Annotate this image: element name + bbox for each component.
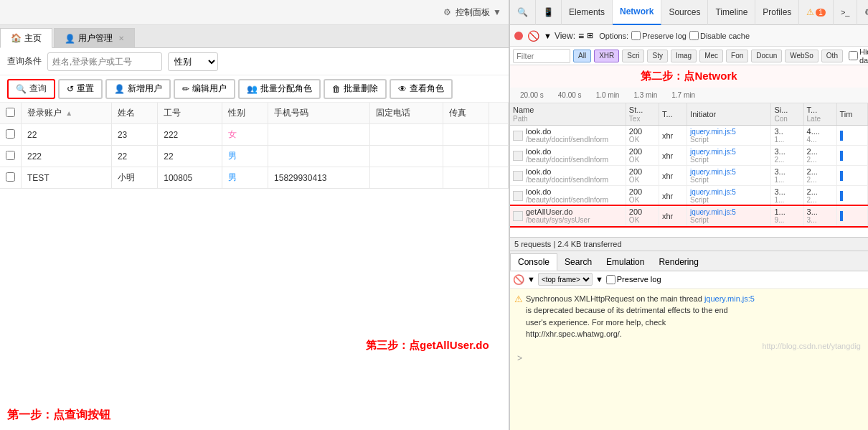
add-user-button[interactable]: 👤 新增用户 bbox=[105, 79, 171, 99]
add-user-button-label: 新增用户 bbox=[128, 83, 162, 95]
console-tab-rendering[interactable]: Rendering bbox=[651, 253, 705, 271]
devtools-device-btn[interactable]: 📱 bbox=[536, 0, 562, 25]
edit-user-button[interactable]: ✏ 编辑用户 bbox=[174, 79, 235, 99]
network-table-row[interactable]: look.do /beauty/docinf/sendInform 200 OK… bbox=[510, 166, 868, 186]
ntd-size-sub: 1... bbox=[774, 196, 800, 204]
filter-other-btn[interactable]: Oth bbox=[821, 50, 843, 62]
filter-websocket-btn[interactable]: WebSo bbox=[785, 50, 819, 62]
network-table-row[interactable]: getAllUser.do /beauty/sys/sysUser 200 OK… bbox=[510, 206, 868, 226]
view-list-icon[interactable]: ≡ bbox=[578, 30, 584, 42]
console-tab-emulation[interactable]: Emulation bbox=[599, 253, 651, 271]
nth-type[interactable]: T... bbox=[659, 103, 687, 126]
filter-media-btn[interactable]: Mec bbox=[699, 50, 723, 62]
devtools-console-icon[interactable]: >_ bbox=[834, 0, 858, 25]
ntd-type: xhr bbox=[659, 126, 687, 146]
ntd-initiator-link[interactable]: jquery.min.js:5 bbox=[690, 208, 768, 216]
gender-select[interactable]: 性别 男 女 bbox=[168, 52, 218, 71]
frame-select[interactable]: <top frame> bbox=[538, 273, 593, 286]
timeline-tick-5: 1.7 min bbox=[664, 91, 702, 99]
row-checkbox-0[interactable] bbox=[6, 129, 15, 139]
devtools-timeline-tab[interactable]: Timeline bbox=[708, 0, 755, 25]
devtools-elements-tab[interactable]: Elements bbox=[562, 0, 613, 25]
nth-initiator[interactable]: Initiator bbox=[687, 103, 771, 126]
filter-icon[interactable]: ▼ bbox=[544, 32, 552, 40]
filter-image-btn[interactable]: Imag bbox=[671, 50, 697, 62]
preserve-log-checkbox[interactable] bbox=[631, 31, 641, 40]
th-phone[interactable]: 手机号码 bbox=[268, 103, 370, 124]
batch-assign-button[interactable]: 👥 批量分配角色 bbox=[238, 79, 321, 99]
clear-button[interactable]: 🚫 bbox=[527, 30, 539, 42]
network-table-row[interactable]: look.do /beauty/docinf/sendInform 200 OK… bbox=[510, 186, 868, 206]
row-checkbox-2[interactable] bbox=[6, 172, 15, 182]
th-gender[interactable]: 性别 bbox=[222, 103, 268, 124]
nth-name[interactable]: NamePath bbox=[510, 103, 626, 126]
request-icon bbox=[513, 211, 523, 221]
record-button[interactable] bbox=[514, 32, 523, 40]
devtools-search-btn[interactable]: 🔍 bbox=[510, 0, 536, 25]
td-work-id: 222 bbox=[158, 124, 222, 146]
devtools-settings-btn[interactable]: ⚙ bbox=[857, 0, 868, 25]
reset-button[interactable]: ↺ 重置 bbox=[58, 79, 103, 99]
nth-status[interactable]: St...Tex bbox=[626, 103, 659, 126]
nth-size[interactable]: Si...Con bbox=[771, 103, 803, 126]
devtools-warning-badge[interactable]: ⚠ 1 bbox=[799, 0, 834, 25]
row-checkbox-1[interactable] bbox=[6, 151, 15, 160]
nth-time[interactable]: T...Late bbox=[803, 103, 836, 126]
filter-all-btn[interactable]: All bbox=[573, 50, 591, 62]
th-account[interactable]: 登录账户 ▲ bbox=[22, 103, 112, 124]
td-phone: 15829930413 bbox=[268, 167, 370, 189]
ntd-initiator-link[interactable]: jquery.min.js:5 bbox=[690, 188, 768, 196]
filter-font-btn[interactable]: Fon bbox=[726, 50, 748, 62]
network-filter-input[interactable] bbox=[513, 49, 570, 63]
filter-label: 查询条件 bbox=[7, 55, 42, 67]
hide-data-checkbox[interactable] bbox=[849, 51, 858, 60]
network-table-row[interactable]: look.do /beauty/docinf/sendInform 200 OK… bbox=[510, 146, 868, 166]
close-icon[interactable]: ✕ bbox=[118, 34, 124, 42]
filter-script-btn[interactable]: Scri bbox=[622, 50, 644, 62]
filter-style-btn[interactable]: Sty bbox=[647, 50, 667, 62]
td-phone bbox=[268, 124, 370, 146]
query-button[interactable]: 🔍 查询 bbox=[7, 79, 55, 99]
tab-home[interactable]: 🏠 主页 bbox=[0, 28, 52, 48]
table-row: 22 23 222 女 bbox=[0, 124, 509, 146]
th-name[interactable]: 姓名 bbox=[111, 103, 157, 124]
warning-link[interactable]: jquery.min.js:5 bbox=[704, 294, 755, 303]
view-grid-icon[interactable]: ⊞ bbox=[587, 31, 593, 40]
th-landline[interactable]: 固定电话 bbox=[369, 103, 443, 124]
ntd-initiator-link[interactable]: jquery.min.js:5 bbox=[690, 128, 768, 136]
console-prompt[interactable]: > bbox=[514, 352, 864, 365]
ntd-status-text: OK bbox=[629, 176, 656, 184]
th-fax[interactable]: 传真 bbox=[443, 103, 489, 124]
console-tab-search[interactable]: Search bbox=[557, 253, 599, 271]
devtools-profiles-tab[interactable]: Profiles bbox=[755, 0, 799, 25]
preserve-log-console-checkbox[interactable] bbox=[606, 275, 615, 284]
ntd-initiator-link[interactable]: jquery.min.js:5 bbox=[690, 168, 768, 176]
network-table-row[interactable]: look.do /beauty/docinf/sendInform 200 OK… bbox=[510, 126, 868, 146]
batch-delete-button-label: 批量删除 bbox=[344, 83, 378, 95]
select-all-checkbox[interactable] bbox=[6, 108, 15, 117]
disable-cache-checkbox[interactable] bbox=[689, 31, 699, 40]
user-table-body: 22 23 222 女 222 22 22 男 TEST 小明 100805 男… bbox=[0, 124, 509, 189]
ntd-time-text: 2... bbox=[807, 167, 834, 176]
options-label: Options: bbox=[599, 32, 628, 40]
ntd-status-text: OK bbox=[629, 216, 656, 224]
frame-arrow[interactable]: ▼ bbox=[595, 275, 603, 284]
console-filter-icon[interactable]: ▼ bbox=[527, 275, 535, 284]
console-clear-icon[interactable]: 🚫 bbox=[513, 274, 524, 285]
nth-timeline[interactable]: Tim bbox=[836, 103, 868, 126]
search-input[interactable] bbox=[47, 52, 162, 71]
batch-delete-button[interactable]: 🗑 批量删除 bbox=[324, 79, 387, 99]
view-role-button[interactable]: 👁 查看角色 bbox=[390, 79, 453, 99]
ntd-initiator-link[interactable]: jquery.min.js:5 bbox=[690, 148, 768, 156]
devtools-network-tab[interactable]: Network bbox=[613, 0, 661, 25]
filter-xhr-btn[interactable]: XHR bbox=[594, 50, 619, 62]
filter-document-btn[interactable]: Docun bbox=[751, 50, 782, 62]
th-work-id[interactable]: 工号 bbox=[158, 103, 222, 124]
ntd-status-code: 200 bbox=[629, 147, 656, 156]
console-tab-console[interactable]: Console bbox=[510, 253, 557, 271]
ntd-time-text: 3... bbox=[807, 207, 834, 216]
devtools-sources-tab[interactable]: Sources bbox=[661, 0, 708, 25]
tab-usermgr-label: 用户管理 bbox=[78, 32, 113, 45]
tab-usermgr[interactable]: 👤 用户管理 ✕ bbox=[54, 28, 135, 48]
ntd-initiator-sub: Script bbox=[690, 176, 768, 184]
